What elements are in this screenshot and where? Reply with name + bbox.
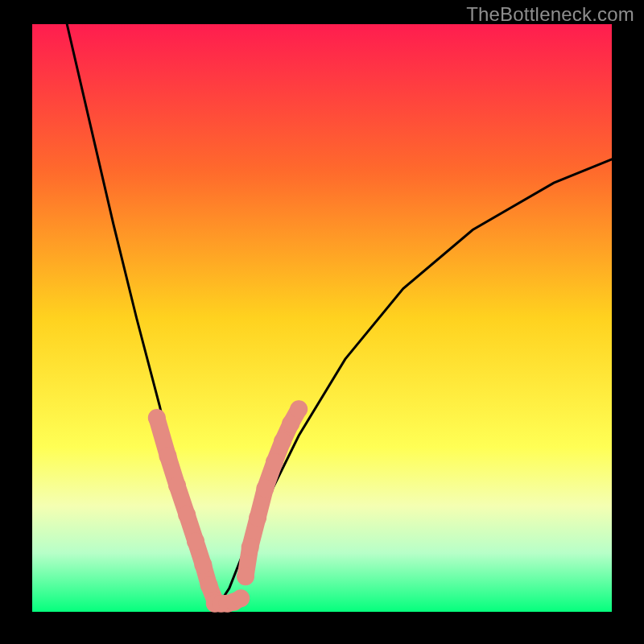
svg-point-5 [194, 556, 212, 574]
svg-point-16 [256, 480, 274, 497]
chart-svg [0, 0, 644, 644]
gradient-background [32, 24, 612, 612]
svg-point-18 [274, 432, 291, 450]
svg-point-14 [242, 539, 259, 556]
svg-point-15 [249, 509, 266, 526]
svg-point-0 [148, 409, 166, 427]
svg-point-12 [232, 589, 250, 607]
svg-point-3 [178, 506, 196, 524]
svg-point-20 [290, 400, 308, 418]
watermark-text: TheBottleneck.com [466, 3, 634, 26]
svg-point-4 [187, 532, 204, 550]
svg-point-13 [237, 568, 254, 585]
svg-point-1 [159, 448, 177, 465]
svg-point-17 [266, 453, 283, 471]
svg-point-2 [168, 477, 186, 494]
chart-canvas: TheBottleneck.com [0, 0, 644, 644]
